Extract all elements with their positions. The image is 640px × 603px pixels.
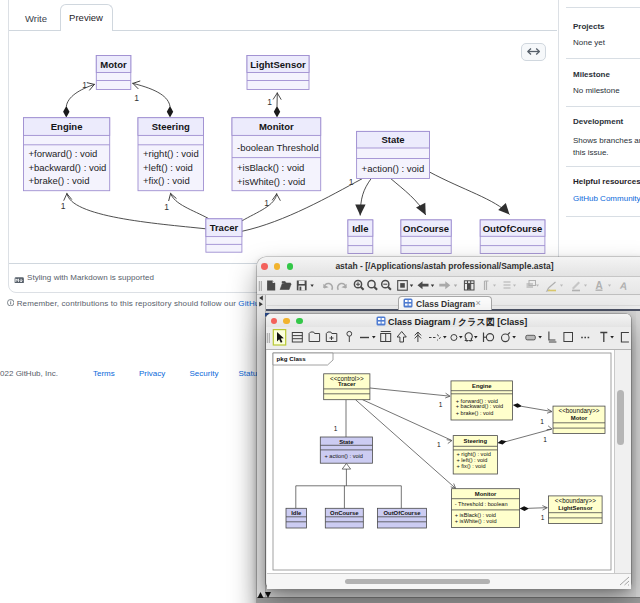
svg-text:Idle: Idle [291,509,302,515]
svg-text:OnCourse: OnCourse [403,223,449,234]
svg-text:1: 1 [61,201,66,211]
svg-text:State: State [381,134,404,145]
svg-text:+isWhite() : void: +isWhite() : void [237,176,305,187]
svg-text:+isBlack() : void: +isBlack() : void [237,162,304,173]
svg-text:Steering: Steering [152,121,190,132]
svg-text:1: 1 [438,400,442,407]
svg-text:A: A [618,279,627,291]
svg-text:+ fix() : void: + fix() : void [456,462,485,468]
svg-text:+forward() : void: +forward() : void [29,148,98,159]
svg-text:+ backward() : void: + backward() : void [455,403,502,409]
svg-text:Tracer: Tracer [337,380,355,386]
svg-text:1: 1 [436,441,440,448]
svg-text:+left() : void: +left() : void [143,162,193,173]
svg-text:+ isWhite() : void: + isWhite() : void [454,517,496,523]
svg-text:+right() : void: +right() : void [143,148,199,159]
svg-text:State: State [339,438,354,444]
svg-text:Engine: Engine [51,121,83,132]
svg-text:LightSensor: LightSensor [250,59,306,70]
svg-text:Monitor: Monitor [474,490,496,496]
svg-text:+fix() : void: +fix() : void [143,175,190,186]
svg-text:1: 1 [540,514,544,521]
svg-text:Engine: Engine [471,383,491,389]
svg-text:1: 1 [82,80,87,90]
svg-text:1: 1 [349,177,354,187]
svg-text:Tracer: Tracer [210,222,239,233]
svg-text:Steering: Steering [463,438,487,444]
svg-text:pkg Class: pkg Class [276,355,306,362]
svg-text:OutOfCourse: OutOfCourse [483,223,543,234]
svg-text:Motor: Motor [100,59,127,70]
svg-text:1: 1 [264,198,269,208]
svg-text:+backward() : void: +backward() : void [29,162,107,173]
svg-text:OutOfCourse: OutOfCourse [383,509,421,515]
svg-text:- Threshold : boolean: - Threshold : boolean [454,501,507,507]
svg-text:Monitor: Monitor [259,121,294,132]
svg-text:+ brake() : void: + brake() : void [455,409,492,415]
svg-text:1: 1 [540,418,544,425]
svg-text:+brake() : void: +brake() : void [29,175,90,186]
svg-text:1: 1 [543,436,547,443]
svg-text:+action() : void: +action() : void [362,163,425,174]
svg-text:Idle: Idle [352,223,368,234]
svg-text:+ action() : void: + action() : void [324,453,362,459]
svg-text:A: A [595,279,602,290]
svg-text:LightSensor: LightSensor [558,505,593,511]
svg-text:1: 1 [333,425,337,432]
svg-text:1: 1 [134,93,139,103]
svg-text:<<boundary>>: <<boundary>> [554,497,595,505]
svg-text:1: 1 [164,202,169,212]
svg-text:-boolean Threshold: -boolean Threshold [237,142,319,153]
svg-text:OnCourse: OnCourse [330,509,359,515]
svg-text:Motor: Motor [570,414,587,420]
svg-text:1: 1 [267,97,272,107]
